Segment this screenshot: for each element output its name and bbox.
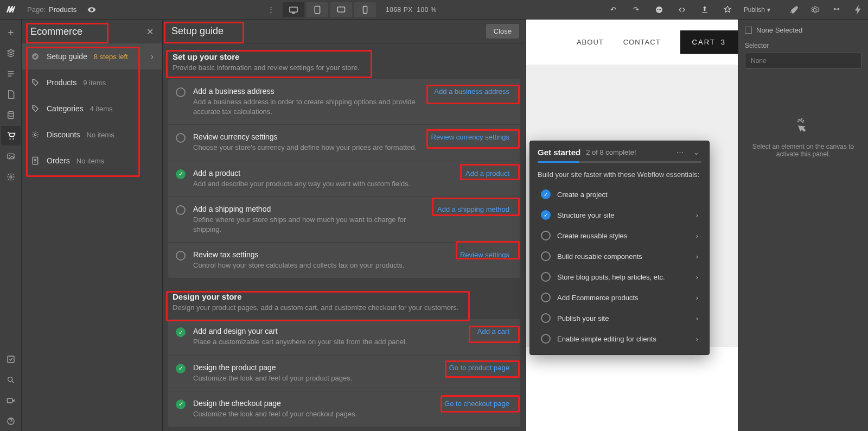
checklist-label: Add Ecommerce products	[557, 294, 690, 302]
help-icon[interactable]	[1, 411, 21, 431]
selector-input[interactable]: None	[745, 53, 861, 69]
checkbox-icon[interactable]	[745, 27, 752, 34]
cms-icon[interactable]	[1, 85, 21, 104]
code-icon[interactable]	[672, 2, 692, 17]
ecommerce-icon[interactable]	[1, 126, 21, 145]
close-button[interactable]: Close	[486, 24, 519, 39]
section-body: Add a business addressAdd a business add…	[168, 79, 520, 278]
progress-bar	[538, 161, 701, 163]
effects-panel-icon[interactable]	[848, 2, 868, 17]
search-icon[interactable]	[1, 370, 21, 390]
chevron-right-icon: ›	[696, 211, 698, 219]
comments-icon[interactable]	[649, 2, 669, 17]
checklist-item[interactable]: Add Ecommerce products›	[535, 287, 704, 308]
step-status-icon: ✓	[176, 400, 186, 409]
ecommerce-item-setup-guide[interactable]: Setup guide8 steps left›	[22, 43, 162, 69]
svg-rect-13	[8, 154, 14, 159]
section-header: Set up your storeProvide basic informati…	[163, 43, 526, 79]
step-status-icon	[176, 205, 186, 215]
step-title: Add a shipping method	[193, 205, 430, 213]
style-inspector: None Selected Selector None Select an el…	[738, 20, 868, 431]
page-selector[interactable]: Page: Products	[22, 5, 82, 14]
step-desc: Add a business address in order to creat…	[193, 97, 426, 117]
webflow-logo[interactable]	[0, 0, 22, 20]
collapse-icon[interactable]: ⌄	[691, 148, 701, 156]
checklist-item[interactable]: Enable simple editing for clients›	[535, 328, 704, 349]
svg-point-12	[12, 138, 14, 140]
audit-icon[interactable]	[718, 2, 737, 17]
menu-dots-icon[interactable]: ⋮	[261, 2, 280, 17]
style-panel-icon[interactable]	[783, 2, 803, 17]
device-tablet-landscape[interactable]	[330, 2, 352, 17]
checklist-item[interactable]: Publish your site›	[535, 308, 704, 328]
device-tablet[interactable]	[307, 2, 328, 17]
nav-link-contact[interactable]: CONTACT	[623, 38, 661, 46]
step-action-link[interactable]: Go to product page	[449, 364, 509, 372]
device-desktop[interactable]	[283, 2, 304, 17]
settings-panel-icon[interactable]	[805, 2, 825, 17]
step-action-link[interactable]: Review currency settings	[431, 133, 510, 141]
step-desc: Control how your store calculates and co…	[193, 261, 452, 270]
export-icon[interactable]	[695, 2, 714, 17]
add-element-icon[interactable]	[1, 23, 21, 42]
step-action-link[interactable]: Go to checkout page	[444, 400, 509, 408]
close-icon[interactable]: ✕	[146, 27, 154, 37]
checklist-item[interactable]: ✓Create a project	[535, 184, 704, 205]
ecommerce-item-products[interactable]: Products9 items	[22, 69, 162, 96]
check-icon	[541, 334, 551, 344]
step-action-link[interactable]: Review settings	[460, 251, 509, 259]
gear-icon	[30, 131, 40, 138]
svg-point-6	[659, 9, 660, 10]
assets-icon[interactable]	[1, 147, 21, 166]
step-action-link[interactable]: Add a business address	[434, 87, 509, 96]
checklist-item[interactable]: Create reusable styles›	[535, 225, 704, 246]
svg-rect-18	[7, 398, 12, 403]
device-switcher	[283, 2, 376, 17]
device-mobile[interactable]	[354, 2, 376, 17]
preview-icon[interactable]	[82, 2, 101, 17]
undo-icon[interactable]: ↶	[604, 2, 623, 17]
more-icon[interactable]: ⋯	[674, 148, 685, 156]
chevron-right-icon: ›	[696, 314, 698, 322]
video-icon[interactable]	[1, 391, 21, 410]
item-label: Orders	[47, 156, 70, 165]
setup-guide-title: Setup guide	[171, 26, 224, 37]
checklist-item[interactable]: Store blog posts, help articles, etc.›	[535, 267, 704, 287]
none-selected-row[interactable]: None Selected	[745, 26, 861, 34]
audit-check-icon[interactable]	[1, 350, 21, 369]
nav-link-about[interactable]: ABOUT	[577, 38, 604, 46]
ecommerce-item-discounts[interactable]: DiscountsNo items	[22, 122, 162, 148]
item-label: Categories	[47, 104, 84, 113]
ecommerce-item-categories[interactable]: Categories4 items	[22, 96, 162, 122]
setup-step: ✓Design the product pageCustomize the lo…	[168, 356, 520, 391]
checklist-item[interactable]: Build reusable components›	[535, 246, 704, 267]
ecommerce-item-orders[interactable]: OrdersNo items	[22, 148, 162, 174]
step-action-link[interactable]: Add a product	[465, 169, 509, 178]
publish-button[interactable]: Publish ▾	[741, 6, 774, 14]
svg-point-11	[9, 138, 10, 140]
setup-step: ✓Design the checkout pageCustomize the l…	[168, 391, 520, 427]
settings-icon[interactable]	[1, 167, 21, 187]
step-title: Add and design your cart	[193, 327, 470, 335]
step-status-icon: ✓	[176, 327, 186, 337]
setup-step: Add a shipping methodDefine where your s…	[168, 197, 520, 243]
get-started-desc: Build your site faster with these Webflo…	[530, 167, 709, 184]
pages-icon[interactable]	[1, 64, 21, 84]
step-action-link[interactable]: Add a cart	[477, 327, 509, 335]
cart-button[interactable]: CART3	[680, 30, 738, 54]
interactions-panel-icon[interactable]	[827, 2, 846, 17]
svg-point-14	[9, 155, 10, 156]
svg-point-9	[837, 8, 839, 10]
database-icon[interactable]	[1, 105, 21, 125]
section-header: Design your storeDesign your product pag…	[163, 283, 526, 319]
redo-icon[interactable]: ↷	[627, 2, 646, 17]
doc-icon	[30, 156, 40, 165]
right-tabs	[778, 2, 868, 17]
checklist-item[interactable]: ✓Structure your site›	[535, 205, 704, 225]
section-desc: Provide basic information and review set…	[173, 64, 516, 72]
get-started-card: Get started 2 of 8 complete! ⋯ ⌄ Build y…	[529, 141, 710, 355]
section-title: Design your store	[173, 292, 516, 301]
svg-point-20	[10, 423, 11, 423]
step-action-link[interactable]: Add a shipping method	[437, 205, 509, 213]
navigator-icon[interactable]	[1, 43, 21, 63]
